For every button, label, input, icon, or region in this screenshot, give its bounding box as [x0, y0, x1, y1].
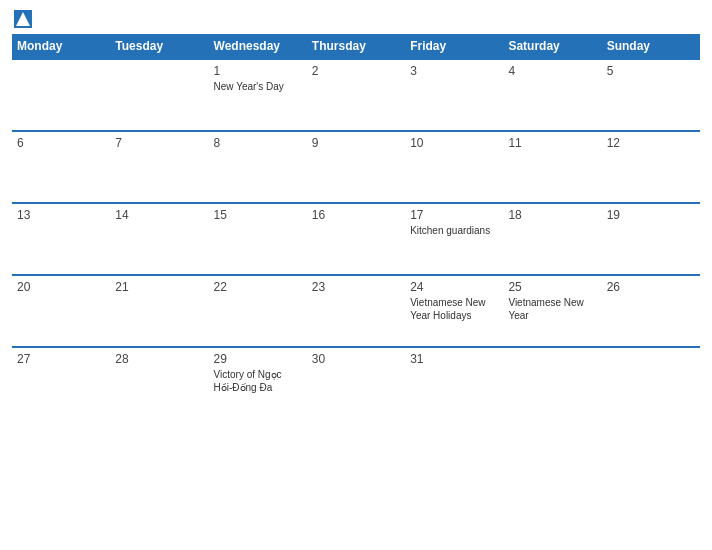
day-cell: 30: [307, 347, 405, 419]
day-cell: 31: [405, 347, 503, 419]
day-number: 21: [115, 280, 203, 294]
day-cell: 18: [503, 203, 601, 275]
day-event: New Year's Day: [214, 80, 302, 93]
logo: [12, 10, 32, 28]
day-number: 15: [214, 208, 302, 222]
week-row-5: 272829Victory of Ngọc Hồi-Đống Đa3031: [12, 347, 700, 419]
day-cell: 11: [503, 131, 601, 203]
day-cell: 5: [602, 59, 700, 131]
day-event: Kitchen guardians: [410, 224, 498, 237]
day-cell: 12: [602, 131, 700, 203]
day-number: 26: [607, 280, 695, 294]
day-number: 18: [508, 208, 596, 222]
day-event: Vietnamese New Year: [508, 296, 596, 322]
day-number: 3: [410, 64, 498, 78]
weekday-header-row: MondayTuesdayWednesdayThursdayFridaySatu…: [12, 34, 700, 59]
day-cell: 6: [12, 131, 110, 203]
day-cell: 24Vietnamese New Year Holidays: [405, 275, 503, 347]
day-number: 1: [214, 64, 302, 78]
day-number: 28: [115, 352, 203, 366]
day-cell: [12, 59, 110, 131]
logo-icon: [14, 10, 32, 28]
day-event: Vietnamese New Year Holidays: [410, 296, 498, 322]
day-event: Victory of Ngọc Hồi-Đống Đa: [214, 368, 302, 394]
weekday-header-tuesday: Tuesday: [110, 34, 208, 59]
day-cell: 23: [307, 275, 405, 347]
day-cell: 21: [110, 275, 208, 347]
day-cell: 9: [307, 131, 405, 203]
day-number: 24: [410, 280, 498, 294]
week-row-3: 1314151617Kitchen guardians1819: [12, 203, 700, 275]
day-number: 10: [410, 136, 498, 150]
day-number: 20: [17, 280, 105, 294]
day-cell: 1New Year's Day: [209, 59, 307, 131]
day-cell: 13: [12, 203, 110, 275]
day-cell: 28: [110, 347, 208, 419]
day-number: 9: [312, 136, 400, 150]
day-cell: 7: [110, 131, 208, 203]
weekday-header-saturday: Saturday: [503, 34, 601, 59]
day-cell: [503, 347, 601, 419]
header: [12, 10, 700, 28]
day-cell: 3: [405, 59, 503, 131]
day-number: 25: [508, 280, 596, 294]
day-number: 6: [17, 136, 105, 150]
day-cell: 10: [405, 131, 503, 203]
day-cell: 22: [209, 275, 307, 347]
day-number: 30: [312, 352, 400, 366]
day-cell: [110, 59, 208, 131]
week-row-4: 2021222324Vietnamese New Year Holidays25…: [12, 275, 700, 347]
day-cell: 27: [12, 347, 110, 419]
day-number: 22: [214, 280, 302, 294]
day-cell: 16: [307, 203, 405, 275]
day-cell: 8: [209, 131, 307, 203]
day-cell: 26: [602, 275, 700, 347]
day-number: 17: [410, 208, 498, 222]
day-cell: 29Victory of Ngọc Hồi-Đống Đa: [209, 347, 307, 419]
day-cell: 15: [209, 203, 307, 275]
calendar-table: MondayTuesdayWednesdayThursdayFridaySatu…: [12, 34, 700, 419]
day-number: 2: [312, 64, 400, 78]
day-cell: 4: [503, 59, 601, 131]
day-number: 13: [17, 208, 105, 222]
day-number: 19: [607, 208, 695, 222]
day-number: 31: [410, 352, 498, 366]
day-number: 16: [312, 208, 400, 222]
weekday-header-friday: Friday: [405, 34, 503, 59]
calendar-page: MondayTuesdayWednesdayThursdayFridaySatu…: [0, 0, 712, 550]
day-number: 27: [17, 352, 105, 366]
weekday-header-thursday: Thursday: [307, 34, 405, 59]
day-number: 12: [607, 136, 695, 150]
week-row-2: 6789101112: [12, 131, 700, 203]
week-row-1: 1New Year's Day2345: [12, 59, 700, 131]
day-number: 23: [312, 280, 400, 294]
day-cell: 17Kitchen guardians: [405, 203, 503, 275]
day-number: 4: [508, 64, 596, 78]
day-cell: 19: [602, 203, 700, 275]
day-number: 14: [115, 208, 203, 222]
day-number: 8: [214, 136, 302, 150]
day-number: 11: [508, 136, 596, 150]
day-cell: 25Vietnamese New Year: [503, 275, 601, 347]
day-number: 29: [214, 352, 302, 366]
weekday-header-sunday: Sunday: [602, 34, 700, 59]
day-cell: 2: [307, 59, 405, 131]
day-cell: [602, 347, 700, 419]
weekday-header-wednesday: Wednesday: [209, 34, 307, 59]
day-number: 7: [115, 136, 203, 150]
day-cell: 20: [12, 275, 110, 347]
day-cell: 14: [110, 203, 208, 275]
weekday-header-monday: Monday: [12, 34, 110, 59]
day-number: 5: [607, 64, 695, 78]
